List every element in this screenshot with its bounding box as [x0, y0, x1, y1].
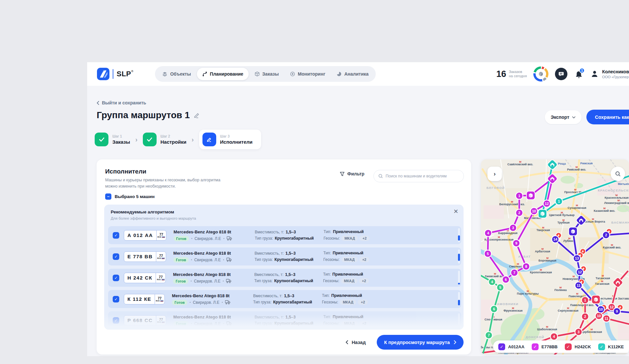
geozone-pill[interactable]: МКАД — [340, 300, 356, 305]
back-button[interactable]: Назад — [346, 340, 366, 345]
stop-marker[interactable]: 2 — [602, 231, 610, 239]
vehicle-row[interactable]: ✓ Н 242 СК 77 RUS Mercedes-Benz Atego 81… — [108, 269, 461, 287]
stop-marker[interactable]: 14 — [552, 236, 559, 243]
step-executors[interactable]: Шаг 3Исполнители — [199, 130, 261, 149]
stop-marker[interactable]: 3 — [575, 328, 582, 336]
row-scrollbar[interactable] — [458, 292, 460, 306]
geozone-pill[interactable]: МКАД — [341, 321, 358, 326]
route-preview-button[interactable]: К предпросмотру маршрута — [377, 335, 464, 350]
stop-marker[interactable]: 11 — [603, 315, 610, 322]
stop-marker[interactable]: 9 — [613, 308, 620, 315]
vehicle-checkbox[interactable]: ✓ — [113, 275, 119, 281]
vehicle-row[interactable]: ✓ К 112 КЕ 77 RUS Mercedes-Benz Atego 81… — [108, 290, 461, 308]
stop-marker[interactable]: 1 — [555, 198, 562, 205]
user-menu[interactable]: Колесников ООО «Грузопер — [590, 69, 629, 79]
status-badge: Готов — [173, 257, 189, 263]
chat-button[interactable] — [555, 68, 567, 80]
pickup-marker[interactable] — [538, 209, 547, 218]
stop-marker[interactable]: 7 — [511, 269, 518, 276]
row-scrollbar[interactable] — [458, 313, 460, 327]
stop-marker[interactable]: 5 — [484, 250, 491, 257]
stop-marker[interactable]: 10 — [530, 208, 538, 215]
edit-pencil-icon[interactable] — [194, 112, 200, 118]
exit-and-save-link[interactable]: Выйти и сохранить — [97, 100, 146, 105]
recommended-title: Рекомендуемые алгоритмом — [111, 209, 174, 214]
vehicle-checkbox[interactable]: ✓ — [113, 232, 119, 239]
stop-marker[interactable]: 12 — [576, 268, 583, 276]
geozone-pill[interactable]: +2 — [359, 257, 370, 262]
legend-checkbox[interactable]: ✓ — [532, 343, 539, 350]
nav-item-analytics[interactable]: Аналитика — [331, 68, 374, 80]
stop-marker[interactable]: 8 — [523, 263, 530, 270]
geozone-pill[interactable]: МКАД — [341, 236, 358, 241]
geozone-pill[interactable]: +2 — [358, 300, 368, 305]
legend-checkbox[interactable]: ✓ — [565, 343, 572, 350]
map-expand-button[interactable]: › — [487, 167, 502, 181]
stop-marker[interactable]: 11 — [575, 282, 582, 289]
export-button[interactable]: Экспорт — [545, 110, 581, 124]
nav-item-planning[interactable]: Планирование — [197, 68, 249, 80]
stop-marker[interactable]: 10 — [597, 306, 604, 313]
legend-item[interactable]: ✓ K112KE — [598, 343, 624, 350]
stop-marker[interactable]: 4 — [488, 278, 496, 285]
stop-marker[interactable]: 4 — [550, 333, 558, 340]
step-settings[interactable]: Шаг 2Настройки — [143, 133, 186, 146]
save-as-template-button[interactable]: Сохранить как ш — [586, 110, 629, 124]
nav-label: Мониторинг — [298, 71, 325, 77]
geozone-pill[interactable]: +2 — [359, 236, 370, 241]
stop-marker[interactable]: 7 — [485, 332, 492, 339]
legend-item[interactable]: ✓ E778BB — [532, 343, 558, 350]
pickup-marker[interactable] — [569, 227, 577, 236]
vehicle-row[interactable]: ✓ Е 778 ВВ 77 RUS Mercedes-Benz Atego 81… — [108, 247, 461, 265]
stop-marker[interactable]: 9 — [513, 240, 520, 247]
vehicle-row[interactable]: ✓ А 012 АА 77 RUS Mercedes-Benz Atego 81… — [108, 226, 461, 244]
stop-marker[interactable]: 1 — [581, 297, 589, 304]
stop-marker[interactable]: 2 — [581, 313, 589, 320]
map-search-button[interactable] — [611, 167, 625, 181]
row-scrollbar[interactable] — [458, 228, 460, 242]
layers-icon — [162, 71, 167, 77]
stop-marker[interactable]: 6 — [502, 276, 509, 283]
capacity-value: 1,5–3 — [286, 230, 296, 234]
page-content: Выйти и сохранить Группа маршрутов 1 Экс… — [87, 86, 629, 356]
vehicle-checkbox[interactable]: ✓ — [113, 317, 119, 324]
map-canvas[interactable]: МСавёловский вкз.РижскаяРощаМРижский вкз… — [481, 159, 629, 355]
pickup-marker[interactable] — [592, 295, 600, 304]
map-panel[interactable]: МСавёловский вкз.РижскаяРощаМРижский вкз… — [481, 159, 629, 355]
stop-marker[interactable]: 2 — [516, 209, 523, 216]
nav-item-objects[interactable]: Объекты — [157, 68, 196, 80]
filter-button[interactable]: Фильтр — [340, 171, 364, 176]
geozone-pill[interactable]: +2 — [359, 321, 370, 326]
search-box[interactable] — [373, 170, 464, 182]
step-orders[interactable]: Шаг 1Заказы — [95, 133, 130, 146]
main-nav: Объекты Планирование Заказы Мониторинг А… — [155, 66, 376, 82]
select-all-row[interactable]: − Выбрано 5 машин — [105, 193, 155, 200]
legend-item[interactable]: ✓ H242CK — [565, 343, 591, 350]
legend-checkbox[interactable]: ✓ — [598, 343, 605, 350]
stop-marker[interactable]: 13 — [573, 255, 581, 262]
stop-marker[interactable]: 12 — [543, 200, 550, 207]
row-scrollbar[interactable] — [458, 249, 460, 264]
select-all-checkbox[interactable]: − — [105, 193, 111, 200]
legend-item[interactable]: ✓ A012AA — [498, 343, 524, 350]
stop-marker[interactable]: 5 — [497, 284, 504, 291]
notifications-button[interactable]: 1 — [574, 68, 584, 80]
nav-item-orders[interactable]: Заказы — [249, 68, 284, 80]
legend-checkbox[interactable]: ✓ — [498, 343, 505, 350]
vehicle-checkbox[interactable]: ✓ — [113, 253, 119, 260]
vehicle-row[interactable]: ✓ Р 668 СС 77 RUS Mercedes-Benz Atego 81… — [108, 311, 461, 329]
geozone-pill[interactable]: МКАД — [341, 278, 357, 283]
geozone-pill[interactable]: +2 — [359, 278, 369, 283]
stop-marker[interactable]: 4 — [485, 229, 492, 237]
stop-marker[interactable]: 10 — [595, 312, 602, 319]
vehicle-checkbox[interactable]: ✓ — [113, 296, 119, 302]
stop-marker[interactable]: 1 — [516, 192, 523, 199]
search-input[interactable] — [386, 174, 459, 178]
nav-item-monitoring[interactable]: Мониторинг — [285, 68, 331, 80]
close-icon[interactable]: ✕ — [453, 208, 458, 215]
stop-marker[interactable]: 3 — [509, 224, 517, 231]
pickup-marker[interactable] — [526, 191, 535, 200]
stop-marker[interactable]: 6 — [490, 305, 498, 313]
geozone-pill[interactable]: МКАД — [341, 257, 358, 262]
row-scrollbar[interactable] — [458, 271, 460, 285]
